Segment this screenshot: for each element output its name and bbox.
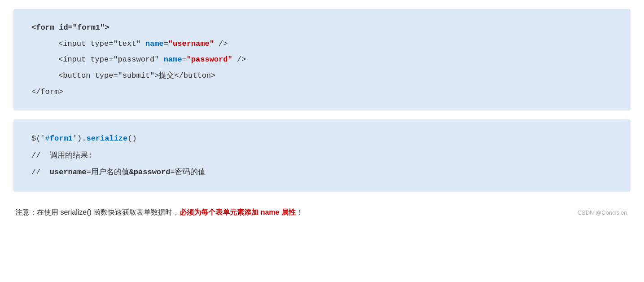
note-section: 注意：在使用 serialize() 函数快速获取表单数据时，必须为每个表单元素… (13, 201, 631, 221)
key2: password (134, 168, 171, 176)
code-text: > (105, 23, 109, 32)
code-text: <form (31, 23, 59, 32)
attr-val-2: "password" (187, 55, 232, 64)
code-text: "form1" (73, 23, 105, 32)
key1: username (50, 168, 87, 176)
method-name: serialize (86, 134, 127, 143)
selector-text: #form1 (45, 134, 73, 143)
code-block-2: $('#form1').serialize() // 调用的结果: // use… (13, 119, 631, 191)
note-after: ！ (296, 208, 303, 216)
attr-name-1: name (145, 40, 164, 48)
code-line-7: // 调用的结果: (31, 147, 613, 164)
watermark-text: CSDN @Concision. (578, 209, 629, 216)
code-line-4: <button type="submit">提交</button> (31, 68, 613, 84)
ampersand: & (129, 168, 134, 176)
code-text: id= (59, 23, 73, 32)
code-line-8: // username=用户名的值&password=密码的值 (31, 164, 613, 181)
code-line-5: </form> (31, 84, 613, 100)
code-line-1: <form id="form1"> (31, 20, 613, 36)
attr-val-1: "username" (168, 40, 214, 48)
note-highlight: 必须为每个表单元素添加 name 属性 (180, 208, 296, 216)
code-line-6: $('#form1').serialize() (31, 130, 613, 147)
note-before: 注意：在使用 serialize() 函数快速获取表单数据时， (15, 208, 180, 216)
code-line-3: <input type="password" name="password" /… (31, 52, 613, 68)
note-text: 注意：在使用 serialize() 函数快速获取表单数据时，必须为每个表单元素… (15, 208, 303, 217)
attr-name-2: name (164, 55, 182, 64)
code-line-2: <input type="text" name="username" /> (31, 36, 613, 52)
code-block-1: <form id="form1"> <input type="text" nam… (13, 9, 631, 110)
